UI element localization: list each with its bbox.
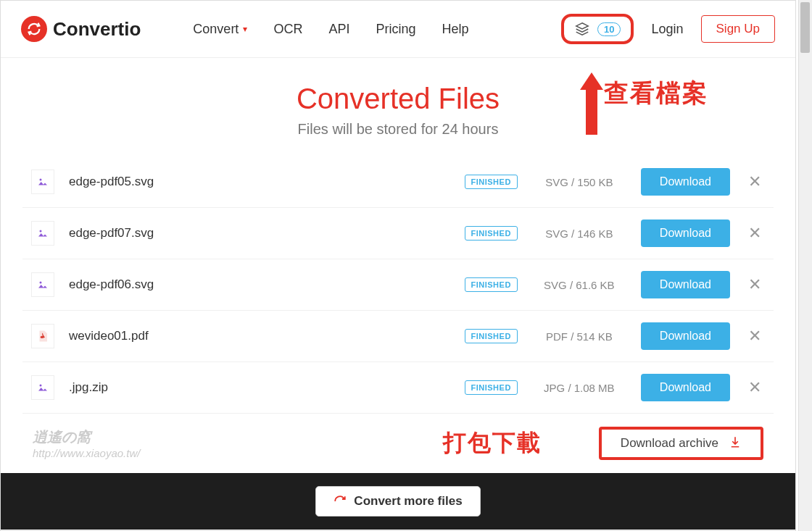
watermark-top: 逍遙の窩 (33, 427, 140, 447)
svg-point-2 (40, 282, 42, 284)
header: Convertio Convert ▾ OCR API Pricing Help… (1, 1, 795, 58)
status-badge: FINISHED (465, 380, 518, 395)
status-badge: FINISHED (465, 277, 518, 292)
file-row: .jpg.zipFINISHEDJPG / 1.08 MBDownload✕ (22, 362, 774, 414)
status-badge: FINISHED (465, 175, 518, 189)
nav-pricing[interactable]: Pricing (376, 22, 415, 37)
queue-count-badge: 10 (597, 22, 621, 36)
file-type-icon (31, 272, 54, 297)
file-name: edge-pdf06.svg (69, 277, 337, 292)
status-badge: FINISHED (465, 329, 518, 343)
nav-api[interactable]: API (328, 22, 349, 37)
file-name: wevideo01.pdf (69, 329, 337, 343)
file-meta: SVG / 61.6 KB (532, 279, 626, 291)
page-subtitle: Files will be stored for 24 hours (1, 121, 795, 138)
convert-more-button[interactable]: Convert more files (315, 486, 480, 517)
watermark: 逍遙の窩 http://www.xiaoyao.tw/ (33, 427, 140, 459)
nav-convert[interactable]: Convert ▾ (193, 22, 247, 37)
annotation-download-pack: 打包下載 (443, 427, 542, 459)
file-row: edge-pdf07.svgFINISHEDSVG / 146 KBDownlo… (22, 208, 774, 259)
file-row: edge-pdf06.svgFINISHEDSVG / 61.6 KBDownl… (22, 259, 774, 311)
file-type-icon (31, 375, 54, 400)
layers-icon (574, 21, 590, 37)
remove-button[interactable]: ✕ (745, 224, 765, 243)
reload-icon (334, 495, 347, 508)
download-button[interactable]: Download (641, 374, 730, 401)
watermark-bottom: http://www.xiaoyao.tw/ (33, 447, 140, 459)
file-row: wevideo01.pdfFINISHEDPDF / 514 KBDownloa… (22, 311, 774, 362)
file-type-icon (31, 324, 54, 348)
file-type-icon (31, 170, 54, 194)
file-name: .jpg.zip (69, 380, 337, 395)
scrollbar-thumb[interactable] (800, 2, 810, 53)
file-type-icon (31, 221, 54, 246)
remove-button[interactable]: ✕ (745, 275, 765, 294)
login-link[interactable]: Login (651, 22, 683, 37)
download-archive-label: Download archive (621, 436, 718, 451)
status-badge: FINISHED (465, 226, 518, 241)
file-meta: SVG / 146 KB (532, 227, 626, 240)
chevron-down-icon: ▾ (243, 24, 247, 34)
file-row: edge-pdf05.svgFINISHEDSVG / 150 KBDownlo… (22, 156, 774, 208)
file-name: edge-pdf07.svg (69, 226, 337, 241)
remove-button[interactable]: ✕ (745, 378, 765, 397)
file-list: edge-pdf05.svgFINISHEDSVG / 150 KBDownlo… (1, 156, 795, 414)
nav-convert-label: Convert (193, 22, 239, 37)
header-right: 10 Login Sign Up (561, 14, 775, 44)
annotation-view-files: 查看檔案 (604, 77, 708, 110)
download-button[interactable]: Download (641, 219, 730, 247)
file-meta: SVG / 150 KB (532, 176, 626, 188)
scrollbar[interactable] (798, 0, 812, 531)
logo[interactable]: Convertio (21, 16, 141, 42)
svg-point-1 (40, 230, 42, 233)
main-nav: Convert ▾ OCR API Pricing Help (193, 22, 468, 37)
queue-button[interactable]: 10 (561, 14, 634, 44)
download-button[interactable]: Download (641, 271, 730, 298)
nav-help[interactable]: Help (442, 22, 468, 37)
remove-button[interactable]: ✕ (745, 172, 765, 191)
logo-text: Convertio (53, 18, 141, 41)
file-meta: PDF / 514 KB (532, 330, 626, 343)
convert-more-label: Convert more files (354, 494, 462, 509)
remove-button[interactable]: ✕ (745, 327, 765, 346)
file-name: edge-pdf05.svg (69, 175, 337, 189)
annotation-arrow-icon (577, 70, 606, 138)
archive-bar: 逍遙の窩 http://www.xiaoyao.tw/ 打包下載 Downloa… (1, 414, 795, 473)
download-icon (729, 435, 742, 451)
logo-icon (21, 16, 47, 42)
download-button[interactable]: Download (641, 322, 730, 350)
svg-point-3 (40, 385, 42, 387)
file-meta: JPG / 1.08 MB (532, 382, 626, 394)
download-button[interactable]: Download (641, 168, 730, 196)
footer: Convert more files (1, 473, 795, 530)
signup-button[interactable]: Sign Up (701, 15, 775, 43)
nav-ocr[interactable]: OCR (273, 22, 302, 37)
download-archive-button[interactable]: Download archive (599, 427, 763, 460)
svg-point-0 (40, 179, 42, 181)
